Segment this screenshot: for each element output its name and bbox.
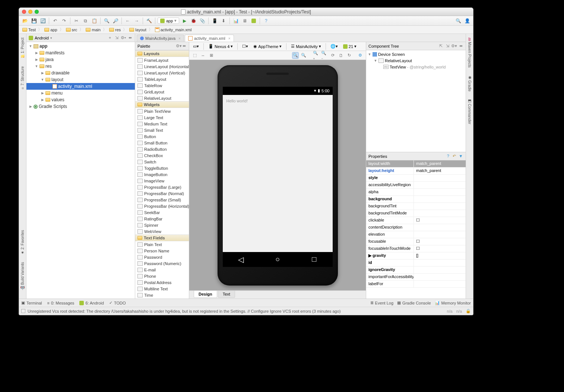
palette-item[interactable]: Small Button <box>135 140 189 146</box>
palette-item[interactable]: GridLayout <box>135 89 189 95</box>
canvas-body[interactable]: ▾ ▮ 5:00 Hello world! ◁ ○ <box>189 60 366 290</box>
property-row[interactable]: clickable☐ <box>366 217 466 224</box>
property-row[interactable]: alpha <box>366 189 466 196</box>
tab-project[interactable]: 📁 1: Project <box>20 36 25 60</box>
palette-item[interactable]: ProgressBar (Large) <box>135 184 189 190</box>
property-row[interactable]: focusable☐ <box>366 238 466 245</box>
tab-gradle[interactable]: ◉ Gradle <box>467 74 472 93</box>
open-icon[interactable]: 📂 <box>21 17 29 25</box>
gear-icon[interactable]: ⚙▾ <box>121 35 126 41</box>
property-row[interactable]: background <box>366 196 466 203</box>
palette-item[interactable]: RelativeLayout <box>135 95 189 101</box>
palette-item[interactable]: ToggleButton <box>135 165 189 171</box>
close-icon[interactable]: × <box>178 36 181 41</box>
tree-values[interactable]: ▶values <box>26 96 135 103</box>
help-icon[interactable]: ? <box>262 17 270 25</box>
palette-item[interactable]: SeekBar <box>135 209 189 216</box>
tree-app[interactable]: ▼app <box>26 43 135 50</box>
config-combo[interactable]: ☐▾ <box>241 44 250 49</box>
zoom-fit-icon[interactable]: 🔍 <box>292 52 299 59</box>
bc-main[interactable]: main <box>84 26 102 33</box>
tree-menu[interactable]: ▶menu <box>26 90 135 96</box>
project-mode[interactable]: Android <box>35 36 49 40</box>
palette-group-textfields[interactable]: Text Fields <box>135 235 189 241</box>
property-row[interactable]: style <box>366 175 466 182</box>
tab-favorites[interactable]: ★ 2: Favorites <box>20 229 25 256</box>
app-surface[interactable]: Hello world! <box>223 95 333 252</box>
palette-item[interactable]: WebView <box>135 228 189 235</box>
palette-item[interactable]: Multiline Text <box>135 286 189 292</box>
palette-item[interactable]: ProgressBar (Small) <box>135 197 189 203</box>
bc-app[interactable]: app <box>42 26 59 33</box>
palette-item[interactable]: Spinner <box>135 222 189 228</box>
close-icon[interactable]: × <box>228 36 231 41</box>
tree-activity-main[interactable]: activity_main.xml <box>26 83 135 90</box>
tab-messages[interactable]: ≡ 0: Messages <box>47 301 75 305</box>
find-icon[interactable]: 🔍 <box>103 17 110 25</box>
back-icon[interactable]: ◁ <box>237 256 245 263</box>
theme-combo[interactable]: ◉ AppTheme▾ <box>252 44 283 49</box>
status-lock-icon[interactable]: 🔒 <box>466 309 471 313</box>
palette-item[interactable]: Plain Text <box>135 241 189 248</box>
palette-item[interactable]: RatingBar <box>135 216 189 222</box>
property-row[interactable]: focusableInTouchMode☐ <box>366 245 466 252</box>
help-icon[interactable]: ? <box>446 153 451 159</box>
property-row[interactable]: ▶ gravity[] <box>366 252 466 259</box>
palette-item[interactable]: Person Name <box>135 248 189 254</box>
tab-gradle-console[interactable]: ▦ Gradle Console <box>397 300 431 305</box>
zoom-in-icon[interactable]: 🔍₊ <box>313 52 320 59</box>
palette-item[interactable]: ImageView <box>135 178 189 184</box>
palette-item[interactable]: Button <box>135 133 189 140</box>
palette-item[interactable]: Large Text <box>135 114 189 121</box>
make-icon[interactable]: 🔨 <box>145 17 153 25</box>
tab-todo[interactable]: ✓ TODO <box>109 300 126 305</box>
gear-icon[interactable]: ⚙▾ <box>451 44 457 49</box>
filter-icon[interactable]: ▼ <box>458 153 463 159</box>
api-combo[interactable]: 21▾ <box>342 44 358 49</box>
tree-java[interactable]: ▶java <box>26 56 135 63</box>
activity-combo[interactable]: ☰ MainActivity▾ <box>289 44 323 49</box>
bc-res[interactable]: res <box>107 26 123 33</box>
tab-build-variants[interactable]: 🤖 Build Variants <box>20 261 25 292</box>
palette-item[interactable]: LinearLayout (Vertical) <box>135 70 189 76</box>
palette-item[interactable]: LinearLayout (Horizontal) <box>135 63 189 70</box>
minimize-window-button[interactable] <box>28 10 32 14</box>
home-icon[interactable]: ○ <box>274 256 281 263</box>
bc-test[interactable]: Test <box>20 26 38 33</box>
save-icon[interactable]: 💾 <box>30 17 38 25</box>
device-combo[interactable]: 📱 Nexus 4▾ <box>207 44 234 49</box>
hide-icon[interactable]: ⬌ <box>127 35 133 41</box>
status-indicator-icon[interactable] <box>21 309 25 313</box>
tab-terminal[interactable]: ▣ Terminal <box>21 300 42 305</box>
property-row[interactable]: layout:heightmatch_parent <box>366 168 466 175</box>
property-row[interactable]: accessibilityLiveRegion <box>366 182 466 189</box>
palette-item[interactable]: Phone <box>135 273 189 279</box>
tree-manifests[interactable]: ▶manifests <box>26 50 135 56</box>
palette-item[interactable]: ImageButton <box>135 171 189 178</box>
expand-icon[interactable]: ⇱ <box>438 44 443 49</box>
close-window-button[interactable] <box>22 10 26 14</box>
tree-drawable[interactable]: ▶drawable <box>26 70 135 76</box>
screenshot-icon[interactable]: 🗋 <box>338 52 344 59</box>
bc-file[interactable]: activity_main.xml <box>153 26 194 33</box>
tab-commander[interactable]: ⬒ Commander <box>467 97 472 126</box>
zoom-window-button[interactable] <box>35 10 39 14</box>
replace-icon[interactable]: 🔎 <box>112 17 119 25</box>
palette-group-widgets[interactable]: Widgets <box>135 101 189 108</box>
property-row[interactable]: contentDescription <box>366 224 466 231</box>
palette-item[interactable]: Postal Address <box>135 279 189 286</box>
refresh-icon[interactable]: ⟳ <box>329 52 336 59</box>
ct-textview[interactable]: AbTextView - @string/hello_world <box>366 64 466 70</box>
zoom-actual-icon[interactable]: 🔍 <box>300 52 307 59</box>
hide-icon[interactable]: ⬌ <box>181 44 187 49</box>
palette-list[interactable]: Layouts FrameLayoutLinearLayout (Horizon… <box>135 50 189 299</box>
palette-group-layouts[interactable]: Layouts <box>135 50 189 57</box>
palette-item[interactable]: Password (Numeric) <box>135 260 189 267</box>
run-config-combo[interactable]: app▾ <box>158 17 179 24</box>
tab-activity-main[interactable]: activity_main.xml× <box>185 35 234 42</box>
palette-item[interactable]: Time <box>135 292 189 298</box>
tab-structure[interactable]: ⌗ 7: Structure <box>20 65 25 92</box>
locale-combo[interactable]: 🌐▾ <box>329 44 339 49</box>
paste-icon[interactable]: 📋 <box>91 17 98 25</box>
text-tab[interactable]: Text <box>218 291 235 298</box>
